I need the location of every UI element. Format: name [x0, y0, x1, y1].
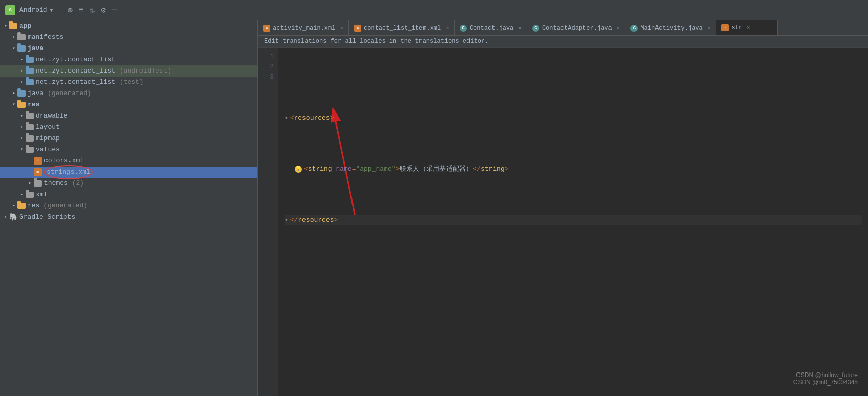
values-label: values: [36, 144, 60, 155]
tab-strings-xml[interactable]: ≈ str ×: [716, 20, 778, 36]
xml-arrow: [18, 191, 26, 198]
tab-contact-list-label: contact_list_item.xml: [364, 25, 441, 32]
watermark: CSDN @hollow_future CSDN @m0_75004345: [793, 371, 858, 386]
tab-activity-main-label: activity_main.xml: [273, 25, 335, 32]
manifests-arrow: [10, 34, 17, 41]
tab-contact-list-close[interactable]: ×: [445, 25, 449, 31]
app-label: app: [19, 20, 31, 32]
net-zyt-androidtest-folder-icon: [26, 67, 34, 75]
tree-item-layout[interactable]: layout: [0, 122, 257, 133]
java-label: java: [28, 43, 43, 54]
string-close-bracket: </: [473, 164, 481, 174]
net-zyt-folder-icon: [26, 56, 34, 64]
string-close-tag: string: [481, 164, 505, 174]
tree-item-xml[interactable]: xml: [0, 189, 257, 200]
tab-activity-main-close[interactable]: ×: [340, 25, 343, 31]
net-zyt-test-label: net.zyt.contact_list (test): [36, 77, 144, 88]
res-generated-label: res (generated): [28, 200, 87, 212]
res-arrow: [10, 101, 17, 108]
xml-folder-icon: [26, 191, 34, 199]
code-line-2: 💡 <string name="app_name">联系人（采用基适配器）</s…: [285, 164, 862, 174]
main-layout: app manifests java net.zyt.contact_list: [0, 20, 868, 396]
tab-contact-adapter-close[interactable]: ×: [617, 25, 620, 31]
fold-arrow-3[interactable]: ▾: [285, 215, 288, 225]
tree-item-manifests[interactable]: manifests: [0, 32, 257, 43]
tab-strings-close[interactable]: ×: [747, 25, 750, 31]
mipmap-label: mipmap: [36, 133, 60, 144]
code-content[interactable]: ▾ <resources> 💡 <string name="app_name">…: [278, 48, 868, 396]
tree-item-app[interactable]: app: [0, 20, 257, 32]
strings-xml-label: strings.xml: [44, 165, 93, 179]
project-tree-sidebar: app manifests java net.zyt.contact_list: [0, 20, 258, 396]
net-zyt-arrow: [18, 56, 26, 63]
themes-folder-icon: [34, 179, 42, 188]
values-arrow: [18, 146, 26, 153]
layout-label: layout: [36, 122, 60, 133]
res-generated-arrow: [10, 202, 17, 209]
themes-label: themes (2): [44, 178, 84, 189]
tree-item-res-generated[interactable]: res (generated): [0, 200, 257, 212]
manifests-folder-icon: [17, 33, 26, 41]
tab-contact-list-item[interactable]: ≈ contact_list_item.xml ×: [349, 20, 455, 36]
tab-contact-java-close[interactable]: ×: [518, 25, 522, 31]
java-generated-folder-icon: [17, 89, 26, 98]
filter-icon[interactable]: ⇅: [90, 5, 95, 15]
target-icon[interactable]: ⊕: [67, 5, 73, 15]
mipmap-folder-icon: [26, 134, 34, 143]
tree-item-values[interactable]: values: [0, 144, 257, 155]
tab-activity-main[interactable]: ≈ activity_main.xml ×: [258, 20, 349, 36]
string-tag: string: [308, 164, 332, 174]
project-dropdown[interactable]: Android ▾: [19, 6, 53, 14]
tree-item-res[interactable]: res: [0, 99, 257, 110]
equalizer-icon[interactable]: ≡: [79, 6, 84, 15]
info-message: Edit translations for all locales in the…: [264, 38, 488, 45]
strings-xml-icon: ≈: [34, 168, 42, 176]
toolbar-icons: ⊕ ≡ ⇅ ⚙ ─: [67, 5, 116, 15]
tab-main-activity[interactable]: C MainActivity.java ×: [625, 20, 716, 36]
tree-item-java[interactable]: java: [0, 43, 257, 54]
tree-item-colors-xml[interactable]: ≈ colors.xml: [0, 155, 257, 167]
gradle-arrow: [2, 214, 9, 221]
tree-item-net-zyt-androidtest[interactable]: net.zyt.contact_list (androidTest): [0, 65, 257, 77]
tag-name-1: resources: [294, 113, 330, 123]
tree-item-mipmap[interactable]: mipmap: [0, 133, 257, 144]
tab-contact-list-icon: ≈: [354, 25, 361, 32]
line-num-2: 2: [260, 62, 274, 72]
resources-close-bracket: >: [334, 215, 338, 225]
java-arrow: [10, 45, 17, 52]
tab-activity-main-icon: ≈: [263, 25, 270, 32]
tab-strings-label: str: [731, 24, 742, 31]
code-editor[interactable]: 1 2 3 ▾ <resources>: [258, 48, 868, 396]
dropdown-arrow: ▾: [50, 6, 54, 14]
res-folder-icon: [17, 101, 26, 109]
net-zyt-test-arrow: [18, 79, 26, 86]
tree-item-strings-xml[interactable]: ≈ strings.xml: [0, 167, 257, 178]
info-bar: Edit translations for all locales in the…: [258, 36, 868, 48]
tree-item-java-generated[interactable]: java (generated): [0, 88, 257, 99]
string-open-bracket: <: [304, 164, 308, 174]
drawable-folder-icon: [26, 112, 34, 120]
net-zyt-test-folder-icon: [26, 78, 34, 86]
string-attr-name: name: [336, 164, 351, 174]
tree-item-drawable[interactable]: drawable: [0, 110, 257, 122]
tree-item-gradle-scripts[interactable]: 🐘 Gradle Scripts: [0, 212, 257, 223]
line-numbers: 1 2 3: [258, 48, 278, 396]
res-label: res: [28, 99, 39, 110]
fold-arrow-1[interactable]: ▾: [285, 113, 288, 123]
themes-arrow: [27, 180, 34, 187]
minimize-icon[interactable]: ─: [112, 6, 117, 15]
project-name: Android: [19, 6, 48, 14]
settings-icon[interactable]: ⚙: [101, 5, 106, 15]
android-logo-icon: A: [5, 5, 15, 15]
res-generated-folder-icon: [17, 202, 26, 210]
java-folder-icon: [17, 44, 26, 53]
tree-item-net-zyt-test[interactable]: net.zyt.contact_list (test): [0, 77, 257, 88]
net-zyt-androidtest-arrow: [18, 67, 26, 75]
tab-main-activity-icon: C: [630, 25, 638, 32]
tree-item-themes[interactable]: themes (2): [0, 178, 257, 189]
tab-contact-java[interactable]: C Contact.java ×: [455, 20, 527, 36]
tab-main-activity-close[interactable]: ×: [708, 25, 711, 31]
tab-contact-adapter[interactable]: C ContactAdapter.java ×: [527, 20, 625, 36]
tree-item-net-zyt[interactable]: net.zyt.contact_list: [0, 54, 257, 65]
string-close-open: >: [395, 164, 400, 174]
